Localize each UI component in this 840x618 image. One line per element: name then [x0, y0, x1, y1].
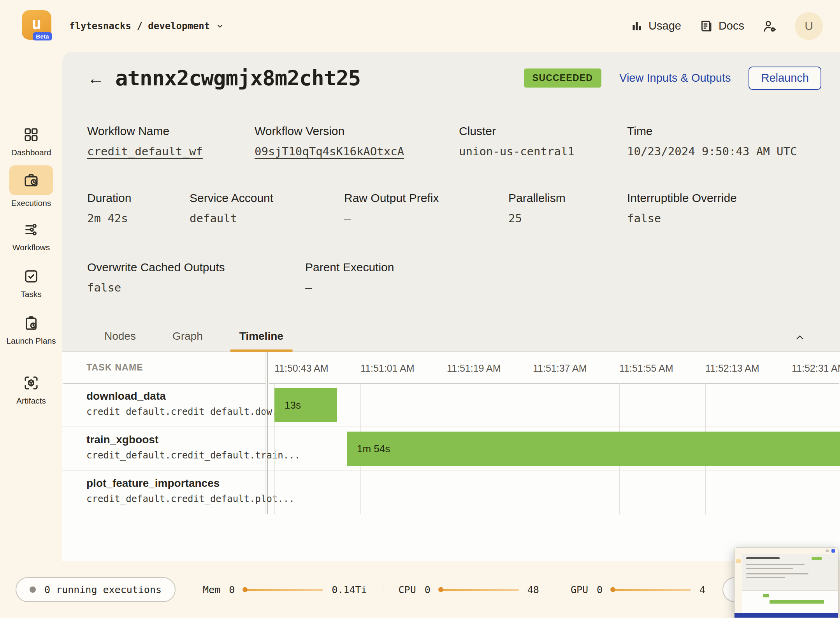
field-label: Workflow Name	[87, 125, 255, 138]
timeline-task-column[interactable]: TASK NAME download_data credit_default.c…	[62, 352, 268, 514]
sidebar-label-tasks: Tasks	[0, 289, 62, 299]
tab-nodes[interactable]: Nodes	[101, 330, 139, 352]
field-workflow-version: Workflow Version 09sjT10qTq4sK16kAOtxcA	[255, 125, 459, 158]
workflow-name-link[interactable]: credit_default_wf	[87, 145, 255, 158]
field-value: false	[627, 212, 737, 225]
task-subtitle: credit_default.credit_default.train...	[86, 450, 267, 461]
pip-mini-status	[812, 557, 822, 560]
beta-badge: Beta	[33, 32, 52, 40]
gantt-bar-train-xgboost[interactable]: 1m 54s	[347, 432, 840, 466]
running-executions-pill[interactable]: 0 running executions	[16, 577, 176, 602]
sidebar-item-tasks[interactable]: Tasks	[0, 268, 62, 299]
field-value: 10/23/2024 9:50:43 AM UTC	[627, 145, 797, 158]
field-value: 2m 42s	[87, 212, 190, 225]
task-row[interactable]: download_data credit_default.credit_defa…	[62, 383, 267, 427]
pip-body	[735, 554, 838, 613]
field-value: 25	[508, 212, 627, 225]
meter-cpu: CPU 0 48	[383, 584, 555, 595]
pip-titlebar	[735, 548, 838, 554]
pip-mini-line	[746, 577, 785, 578]
sidebar-item-dashboard[interactable]: Dashboard	[0, 126, 62, 158]
user-gear-icon	[762, 19, 777, 33]
field-label: Overwrite Cached Outputs	[87, 261, 305, 274]
field-label: Time	[627, 125, 797, 138]
back-button[interactable]: ←	[87, 70, 104, 87]
field-label: Service Account	[190, 191, 344, 205]
tasks-icon	[23, 268, 39, 284]
avatar[interactable]: U	[795, 12, 823, 40]
sidebar-label-dashboard: Dashboard	[0, 147, 62, 158]
time-tick: 11:50:43 AM	[274, 363, 329, 374]
time-tick: 11:52:13 AM	[705, 363, 759, 374]
collapse-details-button[interactable]	[794, 332, 806, 345]
meter-max: 48	[527, 584, 539, 595]
user-settings-button[interactable]	[762, 19, 777, 33]
sidebar-item-artifacts[interactable]: Artifacts	[0, 375, 62, 406]
tab-timeline[interactable]: Timeline	[236, 330, 286, 352]
gantt-bar-download-data[interactable]: 13s	[274, 388, 337, 422]
field-label: Workflow Version	[255, 125, 459, 138]
time-tick: 11:51:55 AM	[619, 363, 673, 374]
sidebar-label-workflows: Workflows	[0, 242, 62, 253]
dashboard-icon	[23, 126, 39, 143]
resource-meters: Mem 0 0.14Ti CPU 0 48 GPU 0 4	[187, 584, 721, 595]
meter-gpu: GPU 0 4	[555, 584, 721, 595]
execution-header: ← atnnx2cwgmjx8m2cht25 SUCCEEDED View In…	[62, 52, 840, 90]
status-footer: 0 running executions Mem 0 0.14Ti CPU 0 …	[0, 561, 840, 618]
task-name[interactable]: plot_feature_importances	[86, 477, 267, 490]
sidebar-label-executions: Executions	[0, 198, 62, 208]
workflow-version-link[interactable]: 09sjT10qTq4sK16kAOtxcA	[255, 145, 459, 158]
meter-track	[611, 589, 691, 591]
pip-icon	[826, 550, 829, 552]
time-tick: 11:52:31 AM	[792, 363, 840, 374]
workflows-icon	[23, 221, 39, 238]
view-tabs: Nodes Graph Timeline	[62, 323, 840, 352]
sidebar-active-highlight	[9, 165, 53, 195]
pip-mini-title	[746, 557, 780, 559]
task-name[interactable]: train_xgboost	[86, 434, 267, 446]
pip-mini-line	[746, 568, 793, 569]
relaunch-button[interactable]: Relaunch	[749, 67, 821, 90]
usage-button[interactable]: Usage	[631, 19, 681, 32]
task-row[interactable]: plot_feature_importances credit_default.…	[62, 471, 267, 514]
docs-button[interactable]: Docs	[699, 19, 744, 33]
executions-icon	[23, 172, 39, 188]
timeline-grid: 13s 1m 54s	[268, 383, 840, 514]
field-label: Duration	[87, 191, 190, 205]
union-logo[interactable]: u Beta	[22, 10, 51, 40]
bar-chart-icon	[631, 20, 643, 32]
field-raw-output-prefix: Raw Output Prefix –	[344, 191, 508, 225]
sidebar-label-launch-plans: Launch Plans	[0, 336, 62, 346]
field-time: Time 10/23/2024 9:50:43 AM UTC	[627, 125, 797, 158]
meter-knob	[243, 587, 248, 592]
breadcrumb[interactable]: flytesnacks / development	[69, 0, 225, 52]
pip-mini-line	[746, 573, 808, 574]
row-separator	[268, 427, 840, 427]
execution-detail-panel: ← atnnx2cwgmjx8m2cht25 SUCCEEDED View In…	[62, 52, 840, 352]
meter-track	[439, 589, 519, 591]
meter-value: 0	[229, 584, 235, 595]
status-dot	[30, 586, 36, 593]
row-separator	[268, 470, 840, 471]
field-parallelism: Parallelism 25	[508, 191, 627, 225]
sidebar-item-executions[interactable]: Executions	[0, 165, 62, 208]
view-inputs-outputs-link[interactable]: View Inputs & Outputs	[619, 72, 731, 84]
details-row-2: Duration 2m 42s Service Account default …	[62, 191, 840, 225]
artifacts-icon	[23, 375, 39, 391]
running-executions-label: 0 running executions	[44, 584, 162, 595]
task-name[interactable]: download_data	[86, 390, 267, 402]
task-row[interactable]: train_xgboost credit_default.credit_defa…	[62, 427, 267, 471]
pip-preview-window[interactable]	[734, 547, 838, 618]
meter-label: CPU	[399, 584, 416, 595]
timeline-chart-pane: 11:50:43 AM 11:51:01 AM 11:51:19 AM 11:5…	[268, 352, 840, 514]
topbar: u Beta flytesnacks / development Usage D…	[0, 0, 840, 52]
field-parent-execution: Parent Execution –	[305, 261, 394, 294]
row-separator	[268, 514, 840, 514]
field-value: –	[305, 281, 394, 294]
sidebar-item-launch-plans[interactable]: Launch Plans	[0, 315, 62, 346]
execution-title: atnnx2cwgmjx8m2cht25	[115, 66, 360, 90]
tab-graph[interactable]: Graph	[169, 330, 206, 352]
meter-label: GPU	[571, 584, 588, 595]
field-value: –	[344, 212, 508, 225]
sidebar-item-workflows[interactable]: Workflows	[0, 221, 62, 253]
